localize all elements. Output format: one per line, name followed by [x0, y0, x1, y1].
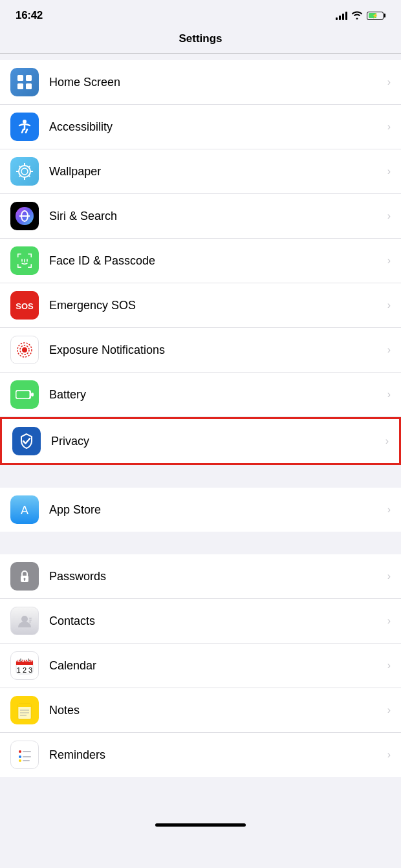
- contacts-label: Contacts: [49, 614, 382, 628]
- settings-item-siri[interactable]: Siri & Search ›: [0, 194, 401, 239]
- settings-item-battery[interactable]: Battery ›: [0, 373, 401, 417]
- notes-icon: [10, 696, 39, 724]
- bottom-spacer: [0, 777, 401, 816]
- passwords-label: Passwords: [49, 570, 382, 583]
- chevron-icon: ›: [387, 166, 391, 177]
- emergency-icon: SOS: [10, 291, 39, 320]
- accessibility-label: Accessibility: [49, 120, 382, 134]
- svg-rect-36: [31, 393, 34, 396]
- status-icons: ⚡: [336, 10, 385, 21]
- status-time: 16:42: [16, 9, 43, 22]
- chevron-icon: ›: [385, 435, 389, 447]
- home-bar: [155, 823, 246, 827]
- chevron-icon: ›: [387, 504, 391, 515]
- svg-point-6: [21, 168, 28, 175]
- chevron-icon: ›: [387, 255, 391, 266]
- privacy-label: Privacy: [51, 435, 380, 448]
- chevron-icon: ›: [387, 660, 391, 671]
- chevron-icon: ›: [387, 615, 391, 627]
- section-gap-2: [0, 532, 401, 554]
- signal-icon: [336, 11, 347, 20]
- home-screen-label: Home Screen: [49, 76, 382, 89]
- settings-item-notes[interactable]: Notes ›: [0, 688, 401, 733]
- chevron-icon: ›: [387, 570, 391, 582]
- settings-item-passwords[interactable]: Passwords ›: [0, 554, 401, 599]
- settings-item-wallpaper[interactable]: Wallpaper ›: [0, 149, 401, 194]
- faceid-label: Face ID & Passcode: [49, 254, 382, 268]
- svg-point-41: [21, 616, 28, 622]
- svg-rect-43: [29, 620, 32, 621]
- status-bar: 16:42 ⚡: [0, 0, 401, 27]
- svg-line-13: [28, 175, 30, 177]
- battery-label: Battery: [49, 388, 382, 402]
- settings-group-3: Passwords › Contacts › 1 2 3 MARCH: [0, 554, 401, 777]
- svg-rect-44: [29, 622, 31, 623]
- svg-rect-19: [17, 254, 19, 257]
- svg-text:SOS: SOS: [16, 301, 34, 311]
- chevron-icon: ›: [387, 299, 391, 311]
- wallpaper-label: Wallpaper: [49, 165, 382, 179]
- chevron-icon: ›: [387, 704, 391, 716]
- svg-point-4: [23, 120, 27, 124]
- settings-item-privacy[interactable]: Privacy ›: [0, 417, 401, 465]
- reminders-icon: [10, 741, 39, 769]
- battery-status-icon: ⚡: [367, 12, 385, 20]
- chevron-icon: ›: [387, 389, 391, 400]
- svg-rect-35: [17, 391, 30, 398]
- svg-rect-53: [18, 704, 31, 707]
- svg-rect-50: [20, 658, 21, 662]
- settings-item-appstore[interactable]: A App Store ›: [0, 488, 401, 532]
- home-screen-icon: [10, 68, 39, 96]
- siri-label: Siri & Search: [49, 210, 382, 223]
- emergency-label: Emergency SOS: [49, 299, 382, 312]
- passwords-icon: [10, 562, 39, 591]
- settings-item-faceid[interactable]: Face ID & Passcode ›: [0, 239, 401, 283]
- settings-item-emergency[interactable]: SOS Emergency SOS ›: [0, 283, 401, 328]
- page-title: Settings: [0, 27, 401, 54]
- settings-group-2: A App Store ›: [0, 488, 401, 532]
- wifi-icon: [351, 10, 363, 21]
- svg-text:MARCH: MARCH: [15, 657, 34, 663]
- siri-icon: [10, 202, 39, 230]
- settings-item-home-screen[interactable]: Home Screen ›: [0, 60, 401, 105]
- battery-icon: [10, 380, 39, 409]
- home-indicator: [0, 816, 401, 832]
- privacy-icon: [12, 427, 41, 455]
- chevron-icon: ›: [387, 76, 391, 88]
- settings-group-1: Home Screen › Accessibility ›: [0, 60, 401, 465]
- svg-line-11: [28, 166, 30, 168]
- section-gap-top: [0, 54, 401, 60]
- section-gap-1: [0, 465, 401, 488]
- svg-rect-0: [17, 75, 23, 81]
- contacts-icon: [10, 607, 39, 635]
- appstore-label: App Store: [49, 503, 382, 517]
- settings-item-contacts[interactable]: Contacts ›: [0, 599, 401, 644]
- svg-rect-2: [17, 83, 23, 89]
- svg-rect-51: [28, 658, 29, 662]
- chevron-icon: ›: [387, 344, 391, 356]
- svg-text:A: A: [21, 504, 28, 517]
- svg-point-5: [19, 166, 30, 177]
- settings-item-accessibility[interactable]: Accessibility ›: [0, 105, 401, 149]
- exposure-icon: [10, 336, 39, 364]
- calendar-label: Calendar: [49, 659, 382, 673]
- svg-point-59: [19, 759, 21, 762]
- chevron-icon: ›: [387, 121, 391, 133]
- svg-line-12: [19, 175, 21, 177]
- svg-point-31: [22, 347, 27, 353]
- settings-item-calendar[interactable]: 1 2 3 MARCH Calendar ›: [0, 644, 401, 688]
- svg-text:1 2 3: 1 2 3: [17, 666, 32, 674]
- wallpaper-icon: [10, 157, 39, 186]
- exposure-label: Exposure Notifications: [49, 343, 382, 357]
- settings-item-reminders[interactable]: Reminders ›: [0, 733, 401, 777]
- svg-rect-40: [24, 579, 25, 581]
- svg-line-14: [19, 166, 21, 168]
- settings-item-exposure[interactable]: Exposure Notifications ›: [0, 328, 401, 373]
- svg-rect-25: [31, 264, 32, 268]
- svg-rect-3: [26, 83, 32, 89]
- calendar-icon: 1 2 3 MARCH: [10, 651, 39, 680]
- chevron-icon: ›: [387, 210, 391, 222]
- svg-rect-23: [17, 264, 19, 268]
- faceid-icon: [10, 246, 39, 275]
- svg-rect-21: [31, 254, 32, 257]
